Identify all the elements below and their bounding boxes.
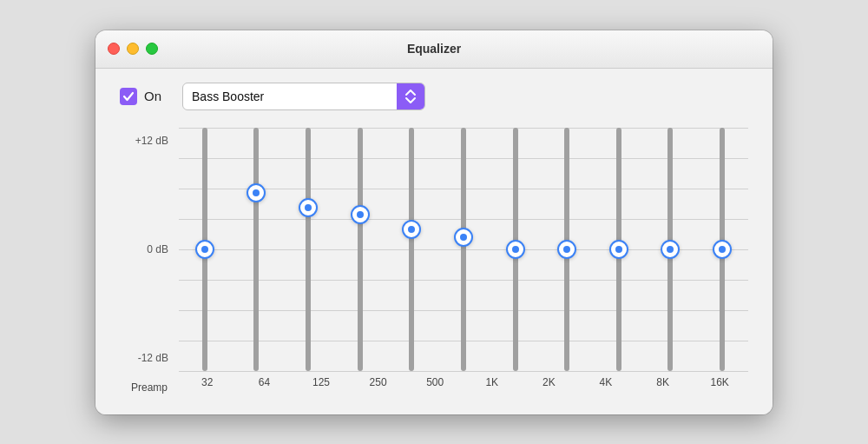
band-slider-wrapper-64 <box>306 128 311 371</box>
freq-label-2K: 2K <box>523 376 575 394</box>
top-bar: On Bass Booster <box>120 83 748 110</box>
freq-labels-row: 32641252505001K2K4K8K16K <box>179 376 748 394</box>
band-slider-wrapper-500 <box>461 128 466 371</box>
band-slider-wrapper-2K <box>564 128 569 371</box>
freq-label-500: 500 <box>409 376 461 394</box>
band-slider-wrapper-16K <box>720 128 725 371</box>
band-slider-thumb-32[interactable] <box>247 183 266 202</box>
checkmark-icon <box>122 90 135 103</box>
band-slider-wrapper-125 <box>358 128 363 371</box>
band-slider-track-250[interactable] <box>409 128 414 371</box>
band-slider-thumb-16K[interactable] <box>713 240 732 259</box>
db-label-mid: 0 dB <box>120 243 168 255</box>
band-slider-wrapper-4K <box>616 128 621 371</box>
on-label: On <box>144 89 161 103</box>
band-slider-wrapper-32 <box>253 128 259 371</box>
band-slider-track-8K[interactable] <box>667 128 673 371</box>
bottom-row: Preamp 32641252505001K2K4K8K16K <box>120 371 748 394</box>
eq-area: +12 dB 0 dB -12 dB <box>120 128 748 394</box>
band-slider-thumb-4K[interactable] <box>609 240 628 259</box>
db-label-bot: -12 dB <box>120 352 168 364</box>
db-sliders-row: +12 dB 0 dB -12 dB <box>120 128 748 371</box>
traffic-lights <box>108 43 158 55</box>
band-slider-track-1K[interactable] <box>513 128 518 371</box>
band-slider-track-4K[interactable] <box>616 128 621 371</box>
freq-label-64: 64 <box>238 376 290 394</box>
band-slider-wrapper-8K <box>667 128 673 371</box>
band-slider-track-125[interactable] <box>358 128 363 371</box>
sliders-row <box>179 128 748 371</box>
maximize-button[interactable] <box>146 43 158 55</box>
band-slider-wrapper-1K <box>513 128 518 371</box>
sliders-container <box>179 128 748 371</box>
db-labels: +12 dB 0 dB -12 dB <box>120 128 179 371</box>
content-area: On Bass Booster +12 dB 0 dB -12 d <box>95 69 773 414</box>
band-slider-wrapper-250 <box>409 128 414 371</box>
band-slider-thumb-8K[interactable] <box>661 240 680 259</box>
close-button[interactable] <box>108 43 120 55</box>
preset-dropdown[interactable]: Bass Booster <box>182 83 425 110</box>
band-slider-track-2K[interactable] <box>564 128 569 371</box>
band-slider-track-500[interactable] <box>461 128 466 371</box>
band-slider-thumb-250[interactable] <box>402 220 421 239</box>
freq-label-250: 250 <box>352 376 404 394</box>
freq-label-1K: 1K <box>466 376 518 394</box>
on-checkbox-container[interactable]: On <box>120 88 161 105</box>
chevron-updown-icon <box>404 89 417 104</box>
band-slider-thumb-64[interactable] <box>299 198 318 217</box>
freq-label-16K: 16K <box>694 376 746 394</box>
preset-arrows-icon[interactable] <box>397 83 424 109</box>
band-slider-thumb-2K[interactable] <box>557 240 576 259</box>
band-slider-track-64[interactable] <box>306 128 311 371</box>
titlebar: Equalizer <box>95 30 773 69</box>
preamp-slider-thumb[interactable] <box>195 240 214 259</box>
band-slider-track-16K[interactable] <box>720 128 725 371</box>
band-slider-track-32[interactable] <box>253 128 259 371</box>
freq-label-4K: 4K <box>580 376 632 394</box>
db-label-top: +12 dB <box>120 135 168 147</box>
equalizer-window: Equalizer On Bass Booster <box>95 30 773 414</box>
preamp-label: Preamp <box>124 381 174 394</box>
on-checkbox[interactable] <box>120 88 137 105</box>
freq-label-8K: 8K <box>637 376 689 394</box>
minimize-button[interactable] <box>127 43 139 55</box>
window-title: Equalizer <box>407 42 461 56</box>
preamp-slider-track[interactable] <box>202 128 207 371</box>
preset-label: Bass Booster <box>183 89 397 103</box>
band-slider-thumb-125[interactable] <box>351 205 370 224</box>
band-slider-thumb-1K[interactable] <box>506 240 525 259</box>
preamp-area: Preamp <box>120 376 179 394</box>
preamp-slider-wrapper <box>202 128 207 371</box>
freq-label-125: 125 <box>295 376 347 394</box>
freq-label-32: 32 <box>181 376 233 394</box>
band-slider-thumb-500[interactable] <box>454 228 473 247</box>
